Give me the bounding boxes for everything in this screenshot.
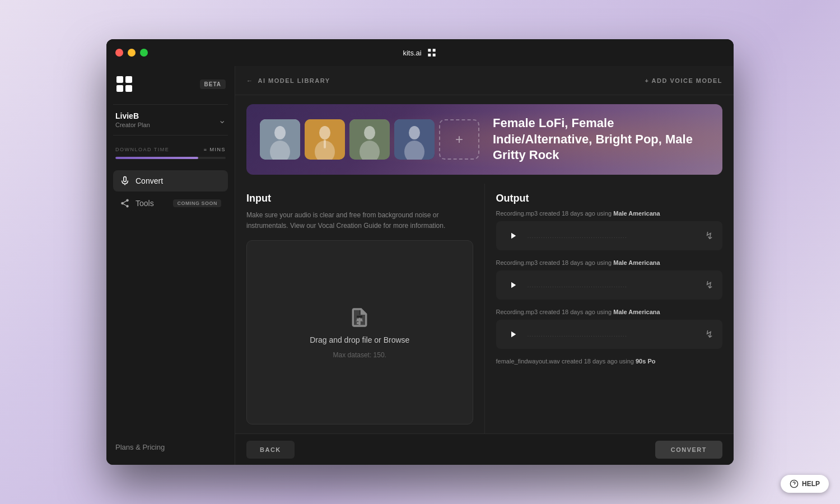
download-mins: = MINS <box>204 147 226 152</box>
output-model-name-4: 90s Po <box>636 358 655 365</box>
kits-logo-icon <box>426 47 437 58</box>
model-banner: + Female LoFi, Female Indie/Alternative,… <box>246 104 722 175</box>
download-label: DOWNLOAD TIME = MINS <box>115 147 226 152</box>
svg-rect-10 <box>324 139 326 148</box>
top-nav: ← AI MODEL LIBRARY + ADD VOICE MODEL <box>235 66 734 95</box>
sidebar-item-tools[interactable]: Tools COMING SOON <box>113 193 228 214</box>
nav-items: Convert Tools COMING SOON <box>113 170 228 214</box>
minimize-button[interactable] <box>128 49 136 57</box>
waveform-2: ........................................… <box>528 282 699 288</box>
download-time-section: DOWNLOAD TIME = MINS <box>113 142 228 168</box>
svg-point-8 <box>319 126 330 139</box>
artist-silhouette-4 <box>394 119 435 160</box>
output-meta-2: Recording.mp3 created 18 days ago using … <box>496 259 723 266</box>
sidebar-footer: Plans & Pricing <box>113 438 228 456</box>
plans-pricing-link[interactable]: Plans & Pricing <box>115 443 226 451</box>
svg-point-12 <box>364 126 375 139</box>
chevron-down-icon: ⌄ <box>218 115 226 125</box>
output-item-1: Recording.mp3 created 18 days ago using … <box>496 210 723 250</box>
convert-button[interactable]: CONVERT <box>655 441 722 459</box>
convert-label: Convert <box>136 176 163 185</box>
svg-rect-2 <box>116 85 123 92</box>
download-progress-bar <box>115 157 226 159</box>
output-item-4: female_findwayout.wav created 18 days ag… <box>496 358 723 369</box>
audio-player-2: ........................................… <box>496 270 723 300</box>
bottom-bar: BACK CONVERT <box>235 433 734 465</box>
add-model-image-button[interactable]: + <box>439 119 479 160</box>
play-button-3[interactable] <box>505 326 521 342</box>
upload-icon <box>348 306 371 329</box>
artist-silhouette-2 <box>305 119 345 160</box>
back-button[interactable]: BACK <box>246 441 295 459</box>
output-meta-3: Recording.mp3 created 18 days ago using … <box>496 309 723 315</box>
svg-point-5 <box>274 126 286 139</box>
model-image-3[interactable] <box>349 119 390 160</box>
sidebar-logo-area: BETA <box>113 75 228 93</box>
back-to-library-link[interactable]: ← AI MODEL LIBRARY <box>246 77 330 84</box>
output-column: Output Recording.mp3 created 18 days ago… <box>485 184 734 433</box>
model-info: Female LoFi, Female Indie/Alternative, B… <box>493 115 709 164</box>
beta-badge: BETA <box>200 80 226 89</box>
download-button-2[interactable]: ↯ <box>705 279 713 291</box>
play-button-2[interactable] <box>505 277 521 293</box>
help-button[interactable]: HELP <box>781 475 829 493</box>
model-image-4[interactable] <box>394 119 435 160</box>
output-meta-4: female_findwayout.wav created 18 days ag… <box>496 358 723 365</box>
audio-player-1: ........................................… <box>496 221 723 250</box>
close-button[interactable] <box>115 49 123 57</box>
play-button-1[interactable] <box>505 228 521 244</box>
library-link-text: AI MODEL LIBRARY <box>258 77 330 84</box>
user-plan: Creator Plan <box>115 122 150 128</box>
dropzone-main-text: Drag and drop file or Browse <box>310 335 409 344</box>
audio-player-3: ........................................… <box>496 320 723 349</box>
main-content: ← AI MODEL LIBRARY + ADD VOICE MODEL <box>235 66 734 465</box>
brand-logo-icon <box>115 75 133 93</box>
input-description: Make sure your audio is clear and free f… <box>246 210 473 231</box>
waveform-1: ........................................… <box>528 232 699 239</box>
model-images: + <box>260 119 479 160</box>
input-column: Input Make sure your audio is clear and … <box>235 184 485 433</box>
two-col-layout: Input Make sure your audio is clear and … <box>235 184 734 433</box>
output-model-name-1: Male Americana <box>613 210 660 217</box>
traffic-lights <box>115 49 148 57</box>
tools-label: Tools <box>136 199 154 208</box>
help-label: HELP <box>802 480 820 488</box>
svg-rect-3 <box>125 85 132 92</box>
dropzone-sub-text: Max dataset: 150. <box>333 351 386 359</box>
titlebar: kits.ai <box>106 39 734 66</box>
output-item-2: Recording.mp3 created 18 days ago using … <box>496 259 723 300</box>
waveform-3: ........................................… <box>528 331 699 338</box>
sidebar: BETA LivieB Creator Plan ⌄ DOWNLOAD TIME… <box>106 66 235 465</box>
output-item-3: Recording.mp3 created 18 days ago using … <box>496 309 723 349</box>
maximize-button[interactable] <box>140 49 148 57</box>
user-dropdown[interactable]: LivieB Creator Plan ⌄ <box>115 111 226 128</box>
progress-fill <box>115 157 198 159</box>
add-voice-model-button[interactable]: + ADD VOICE MODEL <box>645 77 722 84</box>
download-button-3[interactable]: ↯ <box>705 328 713 340</box>
coming-soon-badge: COMING SOON <box>173 199 221 207</box>
user-name: LivieB <box>115 111 150 120</box>
svg-rect-0 <box>116 76 123 83</box>
artist-silhouette-3 <box>349 119 390 160</box>
artist-silhouette-1 <box>260 119 300 160</box>
output-model-name-2: Male Americana <box>613 259 660 266</box>
output-model-name-3: Male Americana <box>613 309 660 315</box>
input-title: Input <box>246 193 473 204</box>
download-button-1[interactable]: ↯ <box>705 230 713 242</box>
play-icon-3 <box>508 329 518 339</box>
help-circle-icon <box>790 479 799 488</box>
model-image-1[interactable] <box>260 119 300 160</box>
sidebar-item-convert[interactable]: Convert <box>113 170 228 192</box>
model-image-2[interactable] <box>305 119 345 160</box>
svg-point-15 <box>409 126 420 139</box>
play-icon-2 <box>508 280 518 290</box>
user-section: LivieB Creator Plan ⌄ <box>113 104 228 136</box>
play-icon-1 <box>508 231 518 241</box>
output-title: Output <box>496 193 723 204</box>
output-meta-1: Recording.mp3 created 18 days ago using … <box>496 210 723 217</box>
mic-icon <box>120 176 130 186</box>
app-name-text: kits.ai <box>403 49 421 57</box>
svg-rect-1 <box>125 76 132 83</box>
model-description: Female LoFi, Female Indie/Alternative, B… <box>493 115 709 164</box>
file-drop-zone[interactable]: Drag and drop file or Browse Max dataset… <box>246 240 473 424</box>
